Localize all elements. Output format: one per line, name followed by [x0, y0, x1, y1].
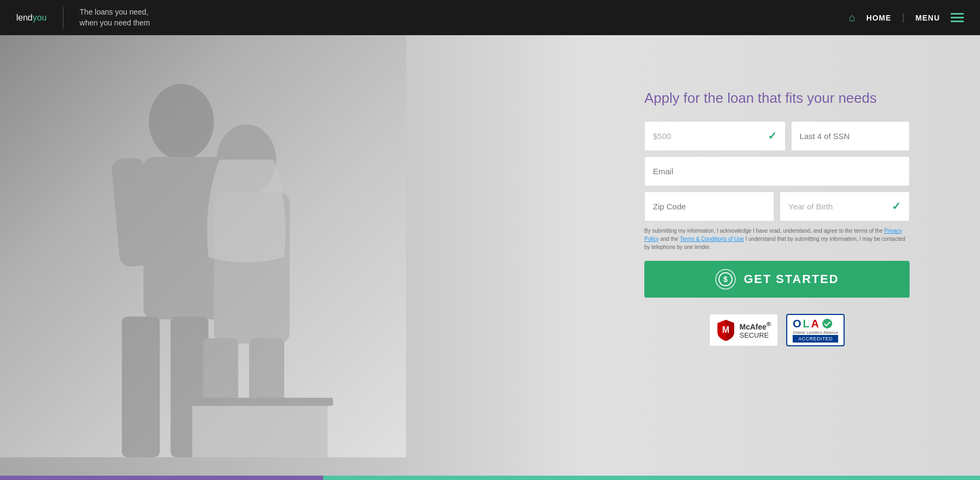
couple-photo: [0, 35, 406, 457]
header: lendyou The loans you need, when you nee…: [0, 0, 980, 35]
svg-text:$: $: [723, 275, 728, 284]
trust-badges: M McAfee® SECURE O L A: [644, 314, 910, 346]
svg-point-15: [822, 319, 832, 328]
home-icon: ⌂: [849, 11, 855, 24]
ssn-input[interactable]: [800, 131, 901, 141]
form-row-1: $500 ✓: [644, 121, 910, 151]
logo-tagline: The loans you need, when you need them: [80, 7, 150, 28]
year-of-birth-dropdown[interactable]: Year of Birth ✓: [780, 192, 910, 221]
main-nav: ⌂ HOME | MENU: [849, 11, 964, 24]
ssn-field[interactable]: [791, 121, 910, 151]
ola-subtitle: Online Lenders Alliance: [793, 330, 838, 335]
terms-text: By submitting my information, I acknowle…: [644, 227, 910, 251]
ola-accredited-label: ACCREDITED: [793, 335, 838, 343]
logo-area: lendyou The loans you need, when you nee…: [16, 7, 150, 29]
mcafee-name: McAfee®: [740, 320, 771, 331]
hamburger-menu-icon[interactable]: [951, 13, 964, 22]
loan-amount-value: $500: [653, 131, 768, 141]
mcafee-secure-label: SECURE: [740, 331, 771, 339]
zip-input[interactable]: [653, 202, 766, 211]
logo-divider: [63, 7, 63, 29]
loan-application-form: Apply for the loan that fits your needs …: [644, 89, 910, 346]
bottom-color-bar: [0, 476, 980, 480]
get-started-button[interactable]: $ GET STARTED: [644, 261, 910, 298]
nav-separator: |: [902, 12, 905, 23]
form-row-2: [644, 156, 910, 186]
yob-placeholder: Year of Birth: [788, 202, 892, 211]
get-started-label: GET STARTED: [744, 272, 839, 286]
mcafee-text: McAfee® SECURE: [740, 320, 771, 339]
email-input[interactable]: [653, 167, 901, 176]
svg-rect-10: [192, 403, 328, 457]
svg-rect-2: [122, 317, 160, 457]
form-row-3: Year of Birth ✓: [644, 192, 910, 221]
dollar-icon: $: [715, 269, 736, 290]
main-content: Apply for the loan that fits your needs …: [0, 35, 980, 480]
svg-text:M: M: [722, 325, 729, 334]
terms-conditions-link[interactable]: Terms & Conditions of Use: [680, 236, 743, 242]
ola-badge: O L A Online Lenders Alliance ACCREDITED: [786, 314, 845, 346]
logo-you: you: [32, 13, 47, 22]
yob-chevron-icon: ✓: [892, 200, 901, 213]
mcafee-shield-icon: M: [716, 319, 735, 341]
email-field[interactable]: [644, 156, 910, 186]
svg-rect-11: [181, 398, 333, 406]
nav-menu-text[interactable]: MENU: [916, 14, 940, 22]
ola-logo: O L A: [793, 318, 838, 330]
form-title: Apply for the loan that fits your needs: [644, 89, 910, 108]
zip-field[interactable]: [644, 192, 774, 221]
nav-home-link[interactable]: HOME: [866, 14, 891, 22]
logo: lendyou: [16, 13, 47, 23]
ola-check-icon: [822, 318, 833, 329]
svg-point-0: [149, 84, 214, 160]
amount-chevron-icon: ✓: [768, 129, 777, 142]
loan-amount-dropdown[interactable]: $500 ✓: [644, 121, 786, 151]
mcafee-badge: M McAfee® SECURE: [709, 314, 778, 346]
logo-lend: lend: [16, 13, 32, 22]
